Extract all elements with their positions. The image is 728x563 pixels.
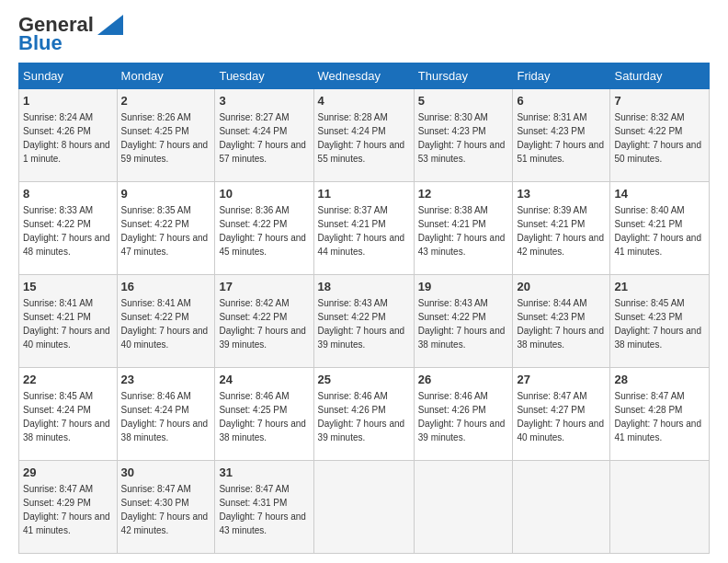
calendar-day-cell: 31 Sunrise: 8:47 AMSunset: 4:31 PMDaylig… — [215, 461, 313, 554]
weekday-header-row: SundayMondayTuesdayWednesdayThursdayFrid… — [19, 63, 710, 89]
calendar-day-cell — [513, 461, 610, 554]
calendar-day-cell: 8 Sunrise: 8:33 AMSunset: 4:22 PMDayligh… — [19, 182, 118, 275]
day-number: 25 — [318, 372, 410, 388]
calendar-day-cell: 25 Sunrise: 8:46 AMSunset: 4:26 PMDaylig… — [313, 368, 414, 461]
calendar-day-cell: 9 Sunrise: 8:35 AMSunset: 4:22 PMDayligh… — [117, 182, 215, 275]
logo: General Blue — [18, 15, 123, 53]
day-info: Sunrise: 8:47 AMSunset: 4:30 PMDaylight:… — [121, 484, 209, 535]
calendar-day-cell: 3 Sunrise: 8:27 AMSunset: 4:24 PMDayligh… — [215, 89, 313, 182]
day-number: 2 — [121, 93, 211, 109]
day-info: Sunrise: 8:44 AMSunset: 4:23 PMDaylight:… — [517, 298, 604, 350]
day-info: Sunrise: 8:42 AMSunset: 4:22 PMDaylight:… — [219, 298, 306, 350]
calendar-day-cell: 24 Sunrise: 8:46 AMSunset: 4:25 PMDaylig… — [215, 368, 313, 461]
day-info: Sunrise: 8:43 AMSunset: 4:22 PMDaylight:… — [318, 298, 405, 350]
calendar-table: SundayMondayTuesdayWednesdayThursdayFrid… — [18, 63, 710, 554]
calendar-day-cell: 29 Sunrise: 8:47 AMSunset: 4:29 PMDaylig… — [19, 461, 118, 554]
day-number: 4 — [318, 93, 410, 109]
day-info: Sunrise: 8:30 AMSunset: 4:23 PMDaylight:… — [418, 112, 506, 164]
day-number: 28 — [614, 372, 705, 388]
calendar-day-cell: 15 Sunrise: 8:41 AMSunset: 4:21 PMDaylig… — [19, 275, 118, 368]
day-number: 24 — [219, 372, 309, 388]
day-number: 8 — [23, 186, 113, 202]
day-info: Sunrise: 8:45 AMSunset: 4:24 PMDaylight:… — [23, 391, 110, 442]
weekday-header-cell: Thursday — [414, 63, 513, 89]
calendar-week-row: 1 Sunrise: 8:24 AMSunset: 4:26 PMDayligh… — [19, 89, 710, 182]
day-info: Sunrise: 8:46 AMSunset: 4:25 PMDaylight:… — [219, 391, 306, 442]
logo-blue: Blue — [18, 33, 123, 53]
calendar-body: 1 Sunrise: 8:24 AMSunset: 4:26 PMDayligh… — [19, 89, 710, 554]
weekday-header-cell: Saturday — [610, 63, 710, 89]
calendar-day-cell: 30 Sunrise: 8:47 AMSunset: 4:30 PMDaylig… — [117, 461, 215, 554]
calendar-week-row: 22 Sunrise: 8:45 AMSunset: 4:24 PMDaylig… — [19, 368, 710, 461]
calendar-day-cell: 19 Sunrise: 8:43 AMSunset: 4:22 PMDaylig… — [414, 275, 513, 368]
calendar-day-cell: 17 Sunrise: 8:42 AMSunset: 4:22 PMDaylig… — [215, 275, 313, 368]
day-number: 15 — [23, 279, 113, 295]
day-number: 20 — [517, 279, 606, 295]
day-number: 17 — [219, 279, 309, 295]
day-number: 6 — [517, 93, 606, 109]
day-info: Sunrise: 8:40 AMSunset: 4:21 PMDaylight:… — [614, 205, 701, 257]
day-info: Sunrise: 8:37 AMSunset: 4:21 PMDaylight:… — [318, 205, 405, 257]
day-number: 3 — [219, 93, 309, 109]
day-number: 7 — [614, 93, 705, 109]
day-info: Sunrise: 8:45 AMSunset: 4:23 PMDaylight:… — [614, 298, 701, 350]
day-info: Sunrise: 8:26 AMSunset: 4:25 PMDaylight:… — [121, 112, 209, 164]
page-header: General Blue — [18, 15, 710, 53]
day-info: Sunrise: 8:36 AMSunset: 4:22 PMDaylight:… — [219, 205, 306, 257]
day-number: 19 — [418, 279, 509, 295]
day-info: Sunrise: 8:47 AMSunset: 4:31 PMDaylight:… — [219, 484, 306, 535]
day-info: Sunrise: 8:47 AMSunset: 4:28 PMDaylight:… — [614, 391, 701, 442]
calendar-day-cell — [313, 461, 414, 554]
day-info: Sunrise: 8:33 AMSunset: 4:22 PMDaylight:… — [23, 205, 110, 257]
day-info: Sunrise: 8:24 AMSunset: 4:26 PMDaylight:… — [23, 112, 110, 164]
day-number: 23 — [121, 372, 211, 388]
day-info: Sunrise: 8:28 AMSunset: 4:24 PMDaylight:… — [318, 112, 405, 164]
day-number: 31 — [219, 465, 309, 481]
weekday-header-cell: Monday — [117, 63, 215, 89]
weekday-header-cell: Sunday — [19, 63, 118, 89]
day-number: 5 — [418, 93, 509, 109]
day-info: Sunrise: 8:46 AMSunset: 4:26 PMDaylight:… — [318, 391, 405, 442]
day-info: Sunrise: 8:43 AMSunset: 4:22 PMDaylight:… — [418, 298, 506, 350]
calendar-day-cell: 22 Sunrise: 8:45 AMSunset: 4:24 PMDaylig… — [19, 368, 118, 461]
calendar-day-cell: 26 Sunrise: 8:46 AMSunset: 4:26 PMDaylig… — [414, 368, 513, 461]
day-number: 27 — [517, 372, 606, 388]
day-info: Sunrise: 8:41 AMSunset: 4:22 PMDaylight:… — [121, 298, 209, 350]
calendar-day-cell: 11 Sunrise: 8:37 AMSunset: 4:21 PMDaylig… — [313, 182, 414, 275]
calendar-day-cell: 12 Sunrise: 8:38 AMSunset: 4:21 PMDaylig… — [414, 182, 513, 275]
day-info: Sunrise: 8:46 AMSunset: 4:24 PMDaylight:… — [121, 391, 209, 442]
calendar-day-cell — [414, 461, 513, 554]
calendar-day-cell: 6 Sunrise: 8:31 AMSunset: 4:23 PMDayligh… — [513, 89, 610, 182]
day-number: 10 — [219, 186, 309, 202]
day-number: 26 — [418, 372, 509, 388]
calendar-day-cell: 23 Sunrise: 8:46 AMSunset: 4:24 PMDaylig… — [117, 368, 215, 461]
calendar-day-cell: 5 Sunrise: 8:30 AMSunset: 4:23 PMDayligh… — [414, 89, 513, 182]
day-info: Sunrise: 8:38 AMSunset: 4:21 PMDaylight:… — [418, 205, 506, 257]
day-info: Sunrise: 8:46 AMSunset: 4:26 PMDaylight:… — [418, 391, 506, 442]
calendar-day-cell: 18 Sunrise: 8:43 AMSunset: 4:22 PMDaylig… — [313, 275, 414, 368]
day-number: 9 — [121, 186, 211, 202]
day-number: 22 — [23, 372, 113, 388]
day-info: Sunrise: 8:31 AMSunset: 4:23 PMDaylight:… — [517, 112, 604, 164]
calendar-week-row: 15 Sunrise: 8:41 AMSunset: 4:21 PMDaylig… — [19, 275, 710, 368]
calendar-week-row: 29 Sunrise: 8:47 AMSunset: 4:29 PMDaylig… — [19, 461, 710, 554]
day-info: Sunrise: 8:47 AMSunset: 4:27 PMDaylight:… — [517, 391, 604, 442]
logo-icon — [97, 15, 123, 35]
day-info: Sunrise: 8:47 AMSunset: 4:29 PMDaylight:… — [23, 484, 110, 535]
weekday-header-cell: Wednesday — [313, 63, 414, 89]
calendar-day-cell: 16 Sunrise: 8:41 AMSunset: 4:22 PMDaylig… — [117, 275, 215, 368]
day-info: Sunrise: 8:35 AMSunset: 4:22 PMDaylight:… — [121, 205, 209, 257]
calendar-day-cell: 13 Sunrise: 8:39 AMSunset: 4:21 PMDaylig… — [513, 182, 610, 275]
calendar-day-cell: 7 Sunrise: 8:32 AMSunset: 4:22 PMDayligh… — [610, 89, 710, 182]
calendar-day-cell: 27 Sunrise: 8:47 AMSunset: 4:27 PMDaylig… — [513, 368, 610, 461]
calendar-day-cell: 10 Sunrise: 8:36 AMSunset: 4:22 PMDaylig… — [215, 182, 313, 275]
calendar-day-cell: 1 Sunrise: 8:24 AMSunset: 4:26 PMDayligh… — [19, 89, 118, 182]
weekday-header-cell: Friday — [513, 63, 610, 89]
day-info: Sunrise: 8:39 AMSunset: 4:21 PMDaylight:… — [517, 205, 604, 257]
calendar-day-cell: 14 Sunrise: 8:40 AMSunset: 4:21 PMDaylig… — [610, 182, 710, 275]
day-number: 1 — [23, 93, 113, 109]
day-number: 29 — [23, 465, 113, 481]
svg-marker-0 — [97, 15, 123, 35]
day-number: 12 — [418, 186, 509, 202]
weekday-header-cell: Tuesday — [215, 63, 313, 89]
